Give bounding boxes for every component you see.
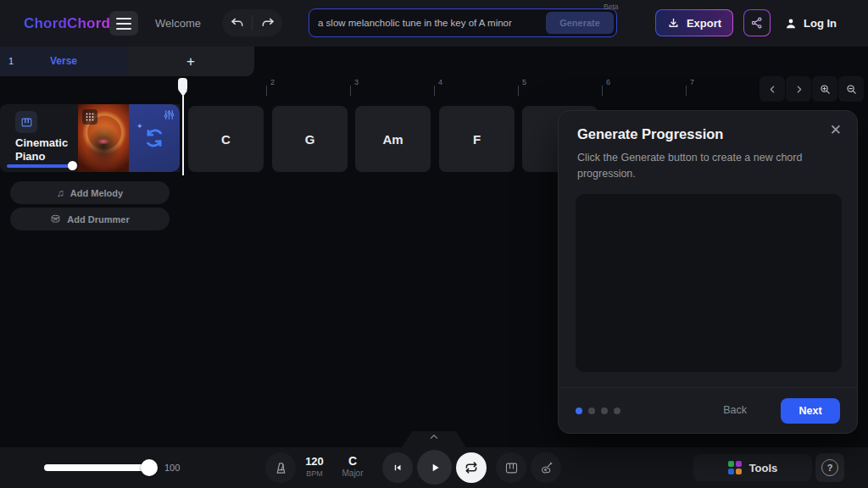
chord-block[interactable]: Am: [355, 106, 431, 172]
login-label: Log In: [804, 17, 837, 30]
drum-icon: [50, 214, 61, 225]
share-button[interactable]: [743, 9, 771, 36]
chord-block[interactable]: C: [188, 106, 264, 172]
generate-progression-modal: Generate Progression ✕ Click the Generat…: [558, 110, 858, 434]
step-dot-3[interactable]: [601, 408, 608, 414]
next-button[interactable]: Next: [781, 398, 840, 424]
guitar-view-button[interactable]: [531, 452, 561, 483]
playhead-line: [182, 96, 184, 175]
share-icon: [750, 16, 764, 30]
ruler-mark: 4: [434, 78, 459, 97]
tools-label: Tools: [749, 462, 778, 474]
help-button[interactable]: ?: [815, 453, 844, 482]
key-value: C: [339, 454, 366, 468]
piano-view-button[interactable]: [496, 452, 526, 483]
sparkle-icon: ✦: [136, 122, 143, 130]
sliders-icon: [163, 108, 175, 121]
welcome-label: Welcome: [155, 0, 201, 47]
skip-to-start-button[interactable]: [382, 452, 413, 483]
repeat-icon: [465, 461, 478, 474]
step-dot-2[interactable]: [588, 408, 595, 414]
add-tab-button[interactable]: +: [127, 47, 254, 76]
playhead-handle[interactable]: [178, 78, 187, 92]
tools-grid-icon: [728, 461, 742, 474]
track-name: Cinematic Piano: [15, 136, 76, 164]
regenerate-instrument-panel[interactable]: ✦: [129, 104, 180, 172]
chord-block[interactable]: F: [439, 106, 515, 172]
export-label: Export: [687, 17, 721, 30]
modal-title: Generate Progression: [577, 126, 723, 142]
hamburger-icon: [116, 18, 131, 19]
skip-back-icon: [392, 462, 403, 474]
zoom-in-button[interactable]: [812, 76, 837, 102]
ruler-mark: 6: [602, 78, 627, 97]
modal-description: Click the Generate button to create a ne…: [577, 150, 832, 182]
login-button[interactable]: Log In: [784, 0, 837, 47]
download-icon: [667, 17, 680, 30]
guitar-icon: [539, 461, 554, 475]
add-melody-label: Add Melody: [70, 188, 123, 198]
loop-button[interactable]: [456, 452, 487, 483]
tab-verse[interactable]: 1 Verse: [0, 47, 127, 76]
master-volume-knob[interactable]: [141, 459, 158, 476]
redo-button[interactable]: [253, 9, 282, 36]
ruler-mark: 5: [518, 78, 543, 97]
track-volume-slider[interactable]: [7, 164, 73, 168]
scroll-right-button[interactable]: [786, 76, 811, 102]
plus-icon: +: [186, 53, 195, 70]
zoom-in-icon: [819, 83, 832, 96]
track-volume-knob[interactable]: [68, 161, 77, 170]
scroll-left-button[interactable]: [760, 76, 785, 102]
key-control[interactable]: C Major: [339, 454, 366, 478]
key-label: Major: [339, 469, 366, 478]
bpm-label: BPM: [300, 469, 329, 478]
pattern-grid-button[interactable]: [82, 109, 97, 125]
modal-footer: Back Next: [559, 387, 857, 433]
zoom-out-button[interactable]: [838, 76, 864, 102]
bpm-control[interactable]: 120 BPM: [300, 455, 329, 478]
close-icon[interactable]: ✕: [830, 123, 842, 137]
melody-note-icon: ♫: [57, 188, 64, 198]
step-dots: [576, 408, 620, 414]
user-icon: [784, 17, 798, 30]
app-logo[interactable]: ChordChord: [24, 0, 110, 47]
metronome-button[interactable]: [265, 452, 296, 483]
step-dot-4[interactable]: [614, 408, 620, 414]
chord-block[interactable]: G: [272, 106, 348, 172]
chevron-right-icon: [793, 84, 804, 95]
piano-icon: [20, 116, 33, 129]
instrument-chip[interactable]: [15, 111, 37, 133]
back-button[interactable]: Back: [723, 404, 747, 416]
metronome-icon: [274, 461, 288, 475]
undo-button[interactable]: [222, 9, 252, 36]
ruler-mark: 3: [350, 78, 376, 97]
redo-icon: [261, 16, 275, 30]
add-drummer-button[interactable]: Add Drummer: [10, 208, 170, 230]
add-drummer-label: Add Drummer: [67, 214, 129, 225]
question-icon: ?: [821, 459, 838, 476]
volume-value: 100: [164, 463, 180, 473]
export-button[interactable]: Export: [655, 9, 733, 36]
track-cinematic-piano[interactable]: Cinematic Piano ✦: [0, 104, 180, 172]
play-button[interactable]: [417, 450, 452, 485]
expand-panel-button[interactable]: [402, 431, 466, 447]
piano-keys-icon: [504, 461, 519, 475]
modal-preview-panel: [576, 194, 842, 372]
tools-button[interactable]: Tools: [693, 454, 812, 481]
master-volume-slider[interactable]: [44, 464, 154, 471]
step-dot-1[interactable]: [576, 408, 582, 414]
undo-icon: [231, 16, 244, 30]
beta-badge: Beta: [604, 3, 619, 11]
generate-button[interactable]: Generate: [546, 12, 614, 34]
menu-button[interactable]: [109, 11, 138, 36]
timeline-controls: [760, 76, 864, 102]
prompt-input[interactable]: [318, 11, 538, 34]
zoom-out-icon: [845, 83, 858, 96]
play-icon: [428, 461, 442, 474]
tab-name: Verse: [0, 47, 127, 76]
refresh-icon: [143, 127, 165, 149]
ruler-mark: 7: [686, 78, 711, 97]
bpm-value: 120: [300, 455, 329, 468]
chevron-up-icon: [427, 431, 441, 443]
add-melody-button[interactable]: ♫ Add Melody: [10, 181, 170, 204]
